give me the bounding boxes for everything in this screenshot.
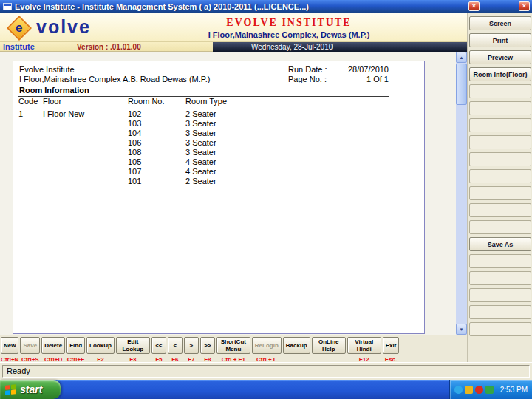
toolbar-item: Save Ctrl+S: [20, 337, 40, 363]
toolbar-item: < F6: [168, 337, 183, 363]
date-text: Wednesday, 28-Jul-2010: [251, 43, 332, 51]
table-header-row: Code Floor Room No. Room Type: [18, 96, 389, 106]
panel-button-preview[interactable]: Preview: [469, 50, 531, 64]
toolbar-item: ReLogIn Ctrl + L: [252, 337, 282, 363]
vertical-scrollbar[interactable]: ▲ ▼: [456, 52, 467, 335]
version-label: Version : .01.01.00: [77, 43, 141, 51]
report-page: Evolve Institute I Floor,Mainashree Comp…: [13, 61, 425, 334]
table-row: 108 3 Seater: [18, 147, 389, 157]
cell-room-no: 108: [128, 148, 185, 157]
panel-button[interactable]: [469, 84, 531, 98]
panel-button[interactable]: [469, 101, 531, 115]
table-row: 103 3 Seater: [18, 118, 389, 128]
logo-diamond-icon: e: [7, 16, 32, 41]
page-no-label: Page No. :: [288, 75, 327, 83]
evolve-logo: e volve: [7, 16, 91, 38]
toolbar-item: ShortCut Menu Ctrl + F1: [216, 337, 250, 363]
toolbar-item: Virtual Hindi F12: [347, 337, 381, 363]
toolbar-button-exit[interactable]: Exit: [383, 337, 400, 354]
panel-button[interactable]: [469, 305, 531, 319]
report-org-address: I Floor,Mainashree Complex A.B. Road Dew…: [19, 75, 210, 83]
toolbar-button-delete[interactable]: Delete: [41, 337, 65, 354]
panel-button-print[interactable]: Print: [469, 33, 531, 47]
panel-button[interactable]: [469, 288, 531, 302]
table-row: 107 4 Seater: [18, 166, 389, 176]
panel-button-screen[interactable]: Screen: [469, 16, 531, 30]
cell-room-type: 4 Seater: [185, 157, 389, 166]
toolbar-button-[interactable]: <<: [151, 337, 166, 354]
toolbar-item: New Ctrl+N: [1, 337, 18, 363]
start-button[interactable]: start: [0, 380, 61, 399]
info-bar: Institute Version : .01.01.00 Wednesday,…: [0, 42, 467, 52]
window-title: Evolve Institute - Institute Management …: [15, 2, 309, 11]
toolbar-item: Edit Lookup F3: [116, 337, 150, 363]
cell-room-type: 2 Seater: [185, 177, 389, 185]
status-bar: Ready: [0, 362, 532, 380]
toolbar-item: << F5: [151, 337, 166, 363]
title-bar: Evolve Institute - Institute Management …: [0, 0, 532, 13]
table-row: 101 2 Seater: [18, 176, 389, 185]
panel-button[interactable]: [469, 169, 531, 183]
tray-icon-4[interactable]: [485, 386, 494, 394]
column-header-room-type: Room Type: [185, 97, 389, 106]
column-header-code: Code: [18, 97, 43, 106]
tray-icon-2[interactable]: [465, 386, 473, 394]
scroll-down-icon[interactable]: ▼: [456, 324, 467, 335]
run-date-label: Run Date :: [288, 65, 327, 74]
panel-button[interactable]: [469, 254, 531, 268]
cell-room-no: 106: [128, 138, 185, 147]
toolbar-button-[interactable]: >>: [200, 337, 215, 354]
scrollbar-thumb[interactable]: [456, 64, 467, 105]
panel-button[interactable]: [469, 220, 531, 234]
start-label: start: [20, 383, 42, 395]
toolbar-button-virtual-hindi[interactable]: Virtual Hindi: [347, 337, 381, 354]
cell-floor: I Floor New: [43, 109, 128, 118]
cell-code: 1: [18, 109, 43, 118]
panel-button[interactable]: [469, 322, 531, 336]
toolbar-button-relogin[interactable]: ReLogIn: [252, 337, 282, 354]
toolbar-button-[interactable]: <: [168, 337, 183, 354]
system-tray: 2:53 PM: [449, 380, 532, 399]
app-icon: [3, 3, 12, 10]
toolbar-button-lookup[interactable]: LookUp: [86, 337, 115, 354]
panel-button[interactable]: [469, 271, 531, 285]
cell-room-no: 107: [128, 167, 185, 176]
table-row: 105 4 Seater: [18, 157, 389, 166]
toolbar-button-edit-lookup[interactable]: Edit Lookup: [116, 337, 150, 354]
cell-room-no: 104: [128, 129, 185, 137]
cell-room-type: 2 Seater: [185, 109, 389, 118]
panel-button[interactable]: [469, 152, 531, 166]
toolbar-button-[interactable]: >: [184, 337, 199, 354]
toolbar-item: Backup: [283, 337, 310, 356]
tray-icon-1[interactable]: [454, 386, 463, 394]
toolbar-item: >> F8: [200, 337, 215, 363]
toolbar-button-new[interactable]: New: [1, 337, 18, 354]
panel-button[interactable]: [469, 135, 531, 149]
run-date-value: 28/07/2010: [322, 65, 389, 74]
cell-room-type: 4 Seater: [185, 167, 389, 176]
toolbar-button-shortcut-menu[interactable]: ShortCut Menu: [216, 337, 250, 354]
tray-icon-3[interactable]: [475, 386, 483, 394]
panel-button-save-as[interactable]: Save As: [469, 237, 531, 251]
close-button[interactable]: ×: [519, 1, 530, 11]
toolbar-button-backup[interactable]: Backup: [283, 337, 310, 354]
panel-button[interactable]: [469, 118, 531, 132]
cell-room-no: 105: [128, 157, 185, 166]
scroll-up-icon[interactable]: ▲: [456, 52, 467, 63]
taskbar: start 2:53 PM: [0, 380, 532, 399]
toolbar-button-online-help[interactable]: OnLine Help: [312, 337, 346, 354]
module-label: Institute: [3, 42, 35, 51]
table-row: 104 3 Seater: [18, 128, 389, 137]
bottom-toolbar: New Ctrl+N Save Ctrl+S Delete Ctrl+D Fin…: [0, 335, 467, 362]
preview-close-button[interactable]: ×: [468, 1, 480, 11]
report-table: Code Floor Room No. Room Type 1 I Floor …: [18, 96, 389, 188]
cell-room-type: 3 Seater: [185, 119, 389, 128]
toolbar-button-save[interactable]: Save: [20, 337, 40, 354]
toolbar-item: OnLine Help: [312, 337, 346, 356]
table-body: 1 I Floor New 102 2 Seater 103 3 Seater …: [18, 106, 389, 188]
panel-button-room-info-floor[interactable]: Room Info(Floor): [469, 67, 531, 81]
page-no-value: 1 Of 1: [322, 75, 389, 83]
toolbar-button-find[interactable]: Find: [66, 337, 85, 354]
panel-button[interactable]: [469, 203, 531, 217]
panel-button[interactable]: [469, 186, 531, 200]
